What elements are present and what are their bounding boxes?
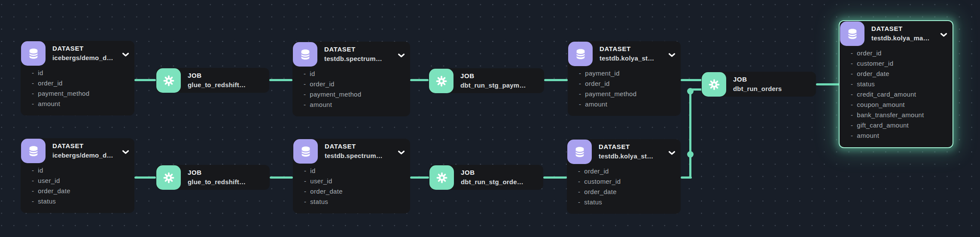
job-node-dbt-run-stg-orders[interactable]: JOB dbt_run_stg_orde… [429, 165, 543, 190]
field-name: bank_transfer_amount [857, 110, 924, 120]
field-list: -id -order_id -payment_method -amount [292, 69, 410, 116]
node-kind-label: JOB [188, 72, 253, 79]
field-name: order_id [585, 79, 609, 89]
field-name: id [38, 165, 43, 176]
field-name: order_id [857, 48, 881, 58]
field-bullet: - [32, 68, 34, 78]
field-bullet: - [578, 197, 580, 207]
field-item: -id [304, 69, 404, 79]
node-kind-label: JOB [461, 169, 527, 176]
field-name: customer_id [584, 176, 621, 187]
field-item: -order_date [851, 69, 947, 79]
field-bullet: - [578, 166, 580, 176]
database-icon [21, 139, 46, 163]
dataset-node-testdb-kolya-stg-orders[interactable]: DATASET testdb.kolya_st… -order_id -cust… [567, 139, 681, 214]
field-item: -status [851, 79, 947, 89]
edge-connector [134, 176, 156, 179]
field-item: -payment_method [579, 89, 675, 99]
chevron-down-icon[interactable] [398, 53, 405, 58]
field-list: -id -user_id -order_date -status [293, 166, 410, 213]
edge-connector [816, 83, 840, 85]
chevron-down-icon[interactable] [668, 53, 676, 58]
field-name: credit_card_amount [857, 89, 916, 100]
field-list: -id -order_id -payment_method -amount [21, 68, 134, 115]
node-kind-label: DATASET [871, 25, 936, 32]
node-name: dbt_run_stg_paym… [460, 81, 528, 90]
field-name: amount [585, 99, 607, 109]
field-bullet: - [304, 197, 306, 207]
field-bullet: - [579, 68, 581, 79]
field-list: -order_id -customer_id -order_date -stat… [840, 48, 953, 147]
field-bullet: - [304, 79, 306, 89]
node-name: glue_to_redshift… [188, 81, 253, 89]
field-item: -customer_id [578, 176, 675, 187]
field-item: -amount [32, 99, 128, 109]
field-bullet: - [32, 78, 34, 88]
node-name: testdb.kolya_st… [600, 54, 664, 63]
field-bullet: - [851, 131, 853, 141]
field-bullet: - [851, 89, 853, 100]
field-bullet: - [851, 110, 853, 120]
database-icon [567, 140, 592, 164]
field-list: -payment_id -order_id -payment_method -a… [568, 68, 681, 116]
dataset-node-testdb-spectrum-payments[interactable]: DATASET testdb.spectrum… -id -order_id -… [292, 42, 410, 116]
field-bullet: - [304, 166, 306, 176]
field-name: order_id [584, 166, 609, 176]
field-bullet: - [32, 196, 34, 207]
field-item: -amount [851, 131, 947, 141]
node-name: icebergs/demo_d… [52, 54, 118, 62]
job-node-dbt-run-orders[interactable]: JOB dbt_run_orders [701, 72, 816, 97]
chevron-down-icon[interactable] [398, 150, 405, 155]
field-name: coupon_amount [857, 100, 905, 110]
field-name: id [310, 166, 315, 176]
chevron-down-icon[interactable] [122, 52, 129, 57]
job-node-dbt-run-stg-payments[interactable]: JOB dbt_run_stg_paym… [429, 68, 544, 93]
field-bullet: - [304, 100, 306, 110]
field-name: order_date [38, 186, 70, 196]
field-name: user_id [38, 176, 60, 186]
database-icon [21, 41, 46, 66]
field-name: payment_method [310, 89, 361, 100]
field-bullet: - [851, 120, 853, 131]
lineage-canvas[interactable]: DATASET icebergs/demo_d… -id -order_id -… [0, 0, 980, 237]
field-item: -order_date [32, 186, 128, 196]
chevron-down-icon[interactable] [668, 151, 676, 155]
node-kind-label: DATASET [52, 45, 118, 52]
field-name: amount [38, 99, 60, 109]
field-bullet: - [32, 99, 34, 109]
dataset-node-testdb-kolya-stg-payments[interactable]: DATASET testdb.kolya_st… -payment_id -or… [568, 41, 681, 116]
field-bullet: - [32, 165, 34, 176]
node-name: dbt_run_stg_orde… [461, 178, 527, 186]
gear-icon [429, 69, 453, 93]
field-item: -user_id [32, 176, 128, 186]
field-item: -status [578, 197, 675, 207]
field-item: -order_id [32, 78, 128, 88]
field-bullet: - [32, 186, 34, 196]
field-item: -bank_transfer_amount [851, 110, 947, 120]
node-kind-label: DATASET [599, 143, 664, 150]
field-bullet: - [579, 99, 581, 109]
dataset-node-icebergs-demo-payments[interactable]: DATASET icebergs/demo_d… -id -order_id -… [21, 41, 134, 115]
field-name: order_date [857, 69, 889, 79]
node-kind-label: DATASET [600, 45, 664, 52]
dataset-node-testdb-kolya-marts-orders[interactable]: DATASET testdb.kolya_ma… -order_id -cust… [839, 20, 953, 148]
field-item: -amount [579, 99, 675, 109]
field-item: -order_id [579, 79, 675, 89]
field-bullet: - [851, 100, 853, 110]
field-name: amount [310, 100, 332, 110]
field-name: order_id [38, 78, 62, 88]
field-name: gift_card_amount [857, 120, 909, 131]
field-bullet: - [304, 186, 306, 197]
field-item: -id [32, 165, 128, 176]
job-node-glue-to-redshift-payments[interactable]: JOB glue_to_redshift… [156, 68, 269, 93]
field-bullet: - [579, 89, 581, 99]
dataset-node-icebergs-demo-orders[interactable]: DATASET icebergs/demo_d… -id -user_id -o… [21, 138, 134, 213]
node-name: icebergs/demo_d… [52, 151, 118, 160]
chevron-down-icon[interactable] [940, 33, 947, 37]
dataset-node-testdb-spectrum-orders[interactable]: DATASET testdb.spectrum… -id -user_id -o… [293, 139, 410, 213]
field-item: -status [32, 196, 128, 207]
field-bullet: - [304, 89, 306, 100]
edge-connector [544, 79, 568, 81]
job-node-glue-to-redshift-orders[interactable]: JOB glue_to_redshift… [156, 165, 270, 190]
chevron-down-icon[interactable] [122, 150, 129, 155]
